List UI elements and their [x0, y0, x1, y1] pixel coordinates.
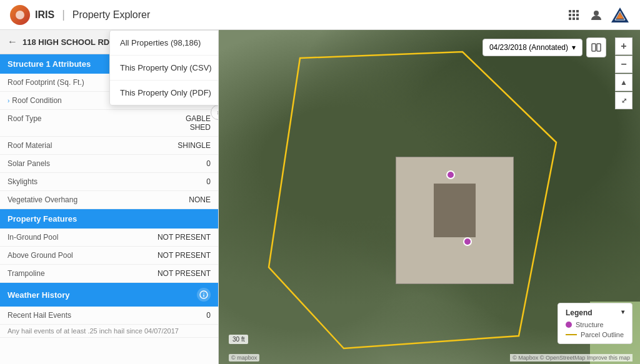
map-attribution: © Mapbox © OpenStreetMap Improve this ma…	[510, 354, 632, 362]
svg-rect-6	[569, 17, 571, 20]
left-panel: ← 118 HIGH SCHOOL RD, HYAN... All Proper…	[0, 30, 219, 364]
legend-dropdown-icon[interactable]: ▾	[621, 308, 624, 317]
legend-parcel: Parcel Outline	[566, 331, 624, 338]
export-this-property-csv[interactable]: This Property Only (CSV)	[110, 56, 219, 81]
map-scale: 30 ft	[229, 335, 248, 344]
map-controls-bar: 04/23/2018 (Annotated) ▾	[482, 37, 606, 57]
zoom-fullscreen-button[interactable]: ⤢	[615, 92, 632, 109]
account-icon[interactable]	[588, 6, 605, 24]
export-this-property-pdf[interactable]: This Property Only (PDF)	[110, 81, 219, 105]
legend-structure: Structure	[566, 321, 624, 328]
legend-structure-dot	[566, 322, 572, 328]
mapbox-logo-text: © mapbox	[231, 355, 257, 361]
main-content: ← 118 HIGH SCHOOL RD, HYAN... All Proper…	[0, 30, 640, 364]
date-selector[interactable]: 04/23/2018 (Annotated) ▾	[482, 39, 582, 56]
export-all-properties[interactable]: All Properties (98,186)	[110, 31, 219, 56]
dropdown-overlay: All Properties (98,186) This Property On…	[0, 30, 218, 364]
logo-inner	[16, 11, 24, 19]
svg-point-9	[594, 11, 599, 16]
map-legend: Legend ▾ Structure Parcel Outline	[558, 303, 632, 344]
svg-rect-7	[572, 17, 575, 20]
grid-icon[interactable]	[565, 6, 582, 24]
svg-rect-5	[576, 14, 579, 16]
map-compare-button[interactable]	[586, 37, 606, 57]
svg-rect-3	[569, 14, 571, 16]
legend-title-text: Legend	[566, 308, 592, 317]
legend-parcel-line	[566, 334, 577, 335]
header-divider: |	[62, 8, 65, 21]
app-header: IRIS | Property Explorer	[0, 0, 640, 30]
zoom-in-button[interactable]: +	[615, 37, 632, 55]
scale-label: 30 ft	[232, 336, 244, 343]
svg-rect-17	[592, 44, 596, 51]
iris-brand-logo	[610, 6, 630, 24]
page-title: Property Explorer	[72, 9, 151, 21]
legend-title: Legend ▾	[566, 308, 624, 317]
svg-rect-18	[597, 44, 601, 51]
building-courtyard	[434, 184, 476, 237]
mapbox-logo: © mapbox	[229, 354, 259, 362]
zoom-controls: + − ▲ ⤢	[615, 37, 632, 109]
structure-marker-1	[446, 170, 455, 179]
legend-structure-label: Structure	[576, 321, 604, 328]
zoom-out-button[interactable]: −	[615, 56, 632, 73]
svg-rect-2	[576, 10, 579, 12]
date-label: 04/23/2018 (Annotated)	[489, 43, 568, 52]
svg-rect-8	[576, 17, 579, 20]
structure-marker-2	[463, 237, 472, 246]
date-dropdown-arrow: ▾	[572, 43, 576, 52]
export-dropdown: All Properties (98,186) This Property On…	[109, 30, 219, 106]
app-logo	[10, 5, 30, 25]
zoom-locate-button[interactable]: ▲	[615, 74, 632, 91]
svg-rect-1	[572, 10, 575, 12]
map-container[interactable]: 04/23/2018 (Annotated) ▾ + − ▲ ⤢ 30 ft	[219, 30, 640, 364]
legend-parcel-label: Parcel Outline	[581, 331, 624, 338]
app-name: IRIS	[35, 9, 54, 21]
svg-rect-4	[572, 14, 575, 16]
svg-rect-0	[569, 10, 571, 12]
